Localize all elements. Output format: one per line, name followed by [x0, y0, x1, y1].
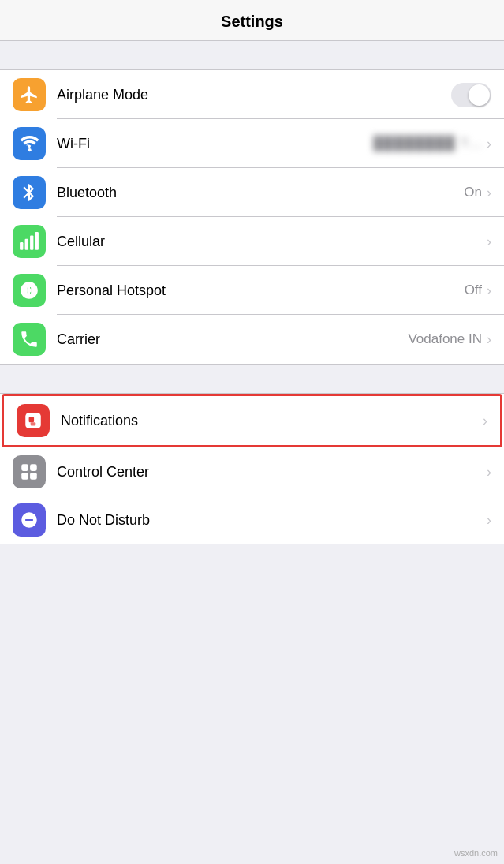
control-center-row[interactable]: Control Center › [0, 447, 504, 496]
bluetooth-row[interactable]: Bluetooth On › [0, 168, 504, 217]
personal-hotspot-row[interactable]: Personal Hotspot Off › [0, 266, 504, 315]
svg-rect-12 [31, 422, 36, 425]
carrier-value: Vodafone IN [408, 331, 482, 347]
carrier-icon [19, 329, 39, 350]
personal-hotspot-label: Personal Hotspot [57, 282, 465, 299]
personal-hotspot-value: Off [465, 282, 482, 298]
svg-rect-4 [35, 232, 39, 250]
carrier-row[interactable]: Carrier Vodafone IN › [0, 315, 504, 364]
notifications-icon-wrap [17, 404, 50, 437]
bluetooth-value: On [464, 185, 482, 200]
hotspot-icon [19, 280, 39, 301]
notifications-chevron: › [483, 413, 487, 429]
svg-point-6 [27, 288, 31, 292]
airplane-icon [19, 84, 39, 105]
notifications-row[interactable]: Notifications › [4, 396, 500, 445]
notifications-highlighted-wrapper: Notifications › [2, 394, 502, 447]
airplane-mode-icon-wrap [13, 78, 46, 111]
carrier-icon-wrap [13, 323, 46, 356]
svg-rect-16 [30, 473, 37, 480]
bluetooth-label: Bluetooth [57, 185, 464, 201]
svg-rect-11 [29, 417, 35, 423]
hotspot-icon-wrap [13, 274, 46, 307]
airplane-mode-row[interactable]: Airplane Mode [0, 70, 504, 119]
section-gap-2 [0, 365, 504, 393]
svg-rect-13 [21, 464, 28, 471]
do-not-disturb-row[interactable]: Do Not Disturb › [0, 496, 504, 544]
control-center-icon-wrap [13, 455, 46, 488]
wifi-value: ████████ ?... [373, 136, 482, 151]
wifi-icon [19, 133, 39, 154]
carrier-chevron: › [487, 331, 491, 348]
cellular-icon [19, 231, 39, 252]
svg-point-0 [28, 148, 31, 151]
svg-rect-15 [21, 473, 28, 480]
svg-rect-2 [25, 239, 28, 250]
bluetooth-icon-wrap [13, 176, 46, 209]
svg-rect-14 [30, 464, 37, 471]
wifi-icon-wrap [13, 127, 46, 160]
bluetooth-chevron: › [487, 185, 491, 201]
page-title: Settings [0, 13, 504, 31]
cellular-chevron: › [487, 234, 491, 250]
section-gap-1 [0, 41, 504, 69]
header: Settings [0, 0, 504, 41]
svg-rect-3 [30, 235, 33, 249]
control-center-label: Control Center [57, 464, 487, 481]
cellular-row[interactable]: Cellular › [0, 217, 504, 266]
do-not-disturb-icon-wrap [13, 503, 46, 537]
airplane-mode-toggle[interactable] [451, 83, 491, 107]
do-not-disturb-icon [19, 510, 39, 530]
notifications-label: Notifications [61, 413, 483, 429]
do-not-disturb-chevron: › [487, 512, 491, 529]
notifications-icon [23, 410, 43, 431]
toggle-knob [469, 84, 490, 106]
control-center-icon [19, 462, 39, 482]
cellular-icon-wrap [13, 225, 46, 258]
svg-rect-1 [20, 242, 23, 250]
carrier-label: Carrier [57, 331, 408, 348]
bluetooth-icon [19, 182, 39, 203]
control-center-chevron: › [487, 464, 491, 481]
watermark: wsxdn.com [454, 848, 498, 858]
do-not-disturb-label: Do Not Disturb [57, 512, 487, 529]
wifi-label: Wi-Fi [57, 136, 373, 152]
wifi-row[interactable]: Wi-Fi ████████ ?... › [0, 119, 504, 168]
airplane-mode-label: Airplane Mode [57, 87, 451, 103]
connectivity-section: Airplane Mode Wi-Fi ████████ ?... › Blue… [0, 69, 504, 365]
personal-hotspot-chevron: › [487, 282, 491, 299]
wifi-chevron: › [487, 136, 491, 152]
notifications-section: Notifications › Control Center › Do Not … [0, 393, 504, 544]
cellular-label: Cellular [57, 234, 487, 250]
